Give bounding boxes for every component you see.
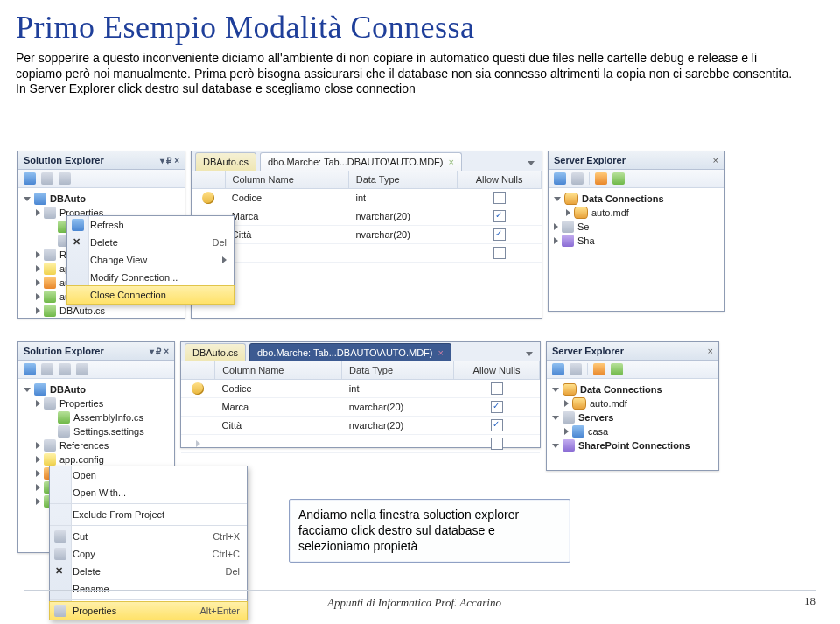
page-title: Primo Esempio Modalità Connessa bbox=[16, 9, 824, 46]
tree-item[interactable]: casa bbox=[549, 424, 717, 438]
tree-item[interactable]: DBAuto.cs bbox=[20, 304, 183, 318]
tab-overflow-icon[interactable] bbox=[528, 161, 535, 165]
allow-nulls-checkbox[interactable] bbox=[494, 228, 506, 241]
tree-root[interactable]: Data Connections bbox=[550, 192, 722, 206]
table-row[interactable]: Codiceint bbox=[192, 189, 542, 207]
page-number: 18 bbox=[804, 594, 816, 608]
project-icon bbox=[34, 193, 46, 205]
node-icon bbox=[563, 439, 575, 452]
table-designer-panel: DBAuto.cs dbo.Marche: Tab...DBAUTO\AUTO.… bbox=[180, 341, 541, 448]
allow-nulls-checkbox[interactable] bbox=[491, 419, 503, 431]
add-icon[interactable] bbox=[612, 172, 625, 185]
menu-item[interactable]: CutCtrl+X bbox=[50, 528, 247, 545]
connect-icon[interactable] bbox=[552, 363, 564, 375]
table-row[interactable]: Cittànvarchar(20) bbox=[181, 417, 540, 435]
menu-item[interactable]: Exclude From Project bbox=[50, 506, 247, 523]
allow-nulls-checkbox[interactable] bbox=[491, 401, 503, 413]
tree-item[interactable]: Servers bbox=[549, 410, 717, 424]
tree-item[interactable]: AssemblyInfo.cs bbox=[20, 410, 172, 424]
file-icon bbox=[44, 249, 56, 261]
tree-item[interactable]: Properties bbox=[20, 396, 172, 410]
home-icon[interactable] bbox=[24, 363, 36, 375]
allow-nulls-checkbox[interactable] bbox=[494, 247, 506, 259]
file-icon bbox=[44, 277, 56, 289]
menu-icon bbox=[54, 530, 66, 543]
table-row[interactable] bbox=[192, 244, 542, 263]
file-icon bbox=[44, 439, 56, 452]
close-icon[interactable]: × bbox=[438, 347, 443, 358]
file-icon bbox=[58, 425, 70, 438]
tab-dbauto[interactable]: DBAuto.cs bbox=[185, 343, 246, 361]
tab-marche-active[interactable]: dbo.Marche: Tab...DBAUTO\AUTO.MDF)× bbox=[249, 343, 452, 361]
tree-root[interactable]: DBAuto bbox=[20, 192, 183, 206]
table-row[interactable]: Cittànvarchar(20) bbox=[192, 226, 542, 244]
allow-nulls-checkbox[interactable] bbox=[491, 382, 503, 395]
tree-item-automdf[interactable]: auto.mdf bbox=[550, 206, 722, 220]
tree-item[interactable]: auto.mdf bbox=[549, 396, 717, 410]
table-row[interactable]: Marcanvarchar(20) bbox=[181, 398, 540, 417]
refresh-icon[interactable] bbox=[571, 172, 584, 185]
callout-note: Andiamo nella finestra soluction explore… bbox=[289, 499, 570, 563]
tree-root[interactable]: Data Connections bbox=[549, 382, 717, 396]
node-icon bbox=[572, 425, 584, 438]
server-icon bbox=[562, 221, 574, 233]
stop-icon[interactable] bbox=[593, 363, 606, 375]
tree-node[interactable]: Se bbox=[550, 220, 722, 234]
tab-dbauto[interactable]: DBAuto.cs bbox=[195, 152, 256, 171]
context-menu[interactable]: Refresh✕DeleteDelChange ViewModify Conne… bbox=[66, 215, 234, 305]
tree-node[interactable]: Sha bbox=[550, 234, 722, 248]
table-row[interactable]: Codiceint bbox=[181, 380, 540, 398]
database-icon bbox=[563, 383, 577, 396]
tree-root[interactable]: DBAuto bbox=[20, 382, 172, 396]
server-explorer-panel: Server Explorer× Data Connections auto.m… bbox=[546, 341, 719, 471]
intro-paragraph: Per sopperire a questo inconveniente dic… bbox=[16, 51, 803, 97]
properties-icon[interactable] bbox=[76, 363, 88, 375]
refresh-icon[interactable] bbox=[570, 363, 582, 375]
add-icon[interactable] bbox=[611, 363, 623, 375]
pin-close-icons[interactable]: ▾ ₽ × bbox=[150, 347, 169, 356]
close-icon[interactable]: × bbox=[713, 155, 718, 165]
tab-overflow-icon[interactable] bbox=[526, 352, 533, 356]
menu-item[interactable]: Close Connection bbox=[66, 285, 234, 305]
panel-toolbar[interactable] bbox=[549, 170, 724, 188]
menu-item[interactable]: Refresh bbox=[67, 216, 234, 234]
sharepoint-icon bbox=[562, 235, 574, 247]
panel-title: Solution Explorer ▾ ₽ × bbox=[18, 151, 185, 170]
connect-icon[interactable] bbox=[554, 172, 566, 185]
tree-item[interactable]: app.config bbox=[20, 452, 172, 466]
menu-item[interactable]: ✕DeleteDel bbox=[50, 563, 247, 580]
delete-icon: ✕ bbox=[73, 236, 80, 248]
menu-item[interactable]: CopyCtrl+C bbox=[50, 545, 247, 563]
page-footer: Appunti di Informatica Prof. Accarino 18 bbox=[0, 590, 840, 610]
home-icon[interactable] bbox=[24, 172, 36, 185]
table-row[interactable] bbox=[181, 435, 540, 453]
menu-item[interactable]: Open With... bbox=[50, 484, 247, 501]
panel-toolbar[interactable] bbox=[18, 170, 185, 188]
close-icon[interactable]: × bbox=[708, 346, 713, 356]
tree-item[interactable]: SharePoint Connections bbox=[549, 438, 717, 452]
tree-item[interactable]: References bbox=[20, 438, 172, 452]
stop-icon[interactable] bbox=[595, 172, 607, 185]
close-icon[interactable]: × bbox=[448, 157, 453, 167]
menu-item[interactable]: Modify Connection... bbox=[67, 269, 234, 286]
primary-key-icon bbox=[202, 192, 214, 204]
properties-icon[interactable] bbox=[59, 172, 71, 185]
menu-item[interactable]: Open bbox=[50, 466, 247, 484]
menu-icon bbox=[72, 219, 84, 231]
allow-nulls-checkbox[interactable] bbox=[491, 438, 503, 450]
show-all-icon[interactable] bbox=[59, 363, 71, 375]
node-icon bbox=[563, 411, 575, 424]
menu-item[interactable]: Change View bbox=[67, 251, 234, 269]
allow-nulls-checkbox[interactable] bbox=[494, 192, 506, 204]
table-row[interactable]: Marcanvarchar(20) bbox=[192, 207, 542, 226]
pin-close-icons[interactable]: ▾ ₽ × bbox=[160, 156, 179, 165]
tree-item[interactable]: Settings.settings bbox=[20, 424, 172, 438]
database-icon bbox=[564, 193, 578, 205]
refresh-icon[interactable] bbox=[41, 363, 53, 375]
refresh-icon[interactable] bbox=[41, 172, 53, 185]
tab-marche[interactable]: dbo.Marche: Tab...DBAUTO\AUTO.MDF)× bbox=[260, 152, 462, 171]
menu-icon bbox=[54, 548, 66, 560]
menu-item[interactable]: ✕DeleteDel bbox=[67, 234, 234, 251]
allow-nulls-checkbox[interactable] bbox=[494, 210, 506, 222]
panel-title: Server Explorer× bbox=[549, 151, 724, 170]
